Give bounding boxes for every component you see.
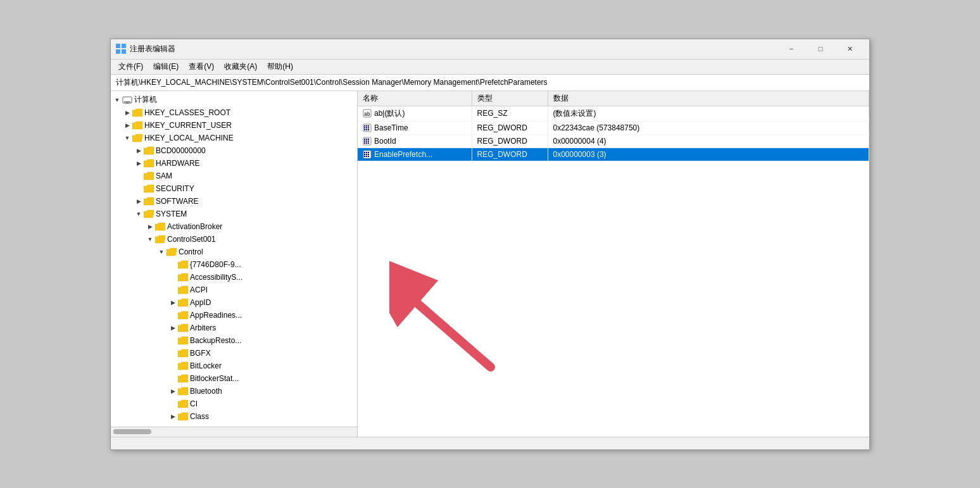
svg-rect-0 — [116, 44, 120, 48]
svg-rect-39 — [366, 127, 367, 128]
tree-node-acpi[interactable]: ▶ ACPI — [111, 284, 357, 296]
registry-tree[interactable]: ▼ 计算机 ▶ HKEY_C — [111, 91, 357, 427]
tree-node-accessibility[interactable]: ▶ AccessibilityS... — [111, 271, 357, 284]
expand-icon: ▶ — [168, 297, 178, 308]
entry-name: BootId — [374, 137, 396, 146]
svg-rect-6 — [126, 103, 129, 104]
right-panel-wrapper: 名称 类型 数据 — [358, 91, 869, 437]
folder-icon — [132, 121, 142, 130]
tree-node-bgfx[interactable]: ▶ BGFX — [111, 347, 357, 360]
folder-icon — [178, 298, 188, 307]
tree-node-control[interactable]: ▼ Control — [111, 246, 357, 258]
tree-node-bcd[interactable]: ▶ BCD00000000 — [111, 144, 357, 157]
menu-file[interactable]: 文件(F) — [113, 60, 148, 73]
folder-icon — [178, 285, 188, 294]
maximize-button[interactable]: □ — [806, 39, 835, 59]
tree-node-appreadiness[interactable]: ▶ AppReadines... — [111, 309, 357, 322]
tree-node-7746[interactable]: ▶ {7746D80F-9... — [111, 258, 357, 271]
svg-marker-29 — [178, 387, 188, 395]
svg-marker-28 — [178, 375, 188, 382]
node-label: SECURITY — [156, 184, 194, 193]
close-button[interactable]: ✕ — [835, 39, 864, 59]
tree-node-class[interactable]: ▶ Class — [111, 410, 357, 423]
svg-rect-37 — [368, 125, 369, 127]
svg-rect-49 — [366, 141, 367, 142]
table-row[interactable]: BaseTime REG_DWORD 0x22343cae (573848750… — [358, 121, 869, 134]
menu-edit[interactable]: 编辑(E) — [148, 60, 184, 73]
svg-rect-63 — [368, 156, 369, 157]
tree-node-software[interactable]: ▶ SOFTWARE — [111, 195, 357, 208]
tree-node-bluetooth[interactable]: ▶ Bluetooth — [111, 385, 357, 397]
svg-rect-52 — [366, 142, 367, 144]
svg-marker-8 — [132, 122, 142, 129]
table-row-selected[interactable]: EnablePrefetch... REG_DWORD 0x00000003 (… — [358, 147, 869, 161]
svg-marker-20 — [178, 273, 188, 281]
table-row[interactable]: ab ab|(默认) REG_SZ (数值未设置) — [358, 106, 869, 121]
svg-rect-3 — [122, 49, 126, 54]
expand-icon: ▶ — [134, 146, 144, 156]
entry-data: 0x22343cae (573848750) — [548, 121, 869, 134]
node-label: HKEY_LOCAL_MACHINE — [144, 134, 234, 142]
node-label: {7746D80F-9... — [190, 260, 241, 269]
node-label: ControlSet001 — [167, 235, 216, 244]
expand-icon: ▼ — [122, 133, 132, 143]
tree-node-backuprestore[interactable]: ▶ BackupResto... — [111, 334, 357, 347]
col-type: 类型 — [472, 91, 548, 106]
node-label: Bluetooth — [190, 387, 222, 396]
menu-help[interactable]: 帮助(H) — [262, 60, 298, 73]
computer-icon — [122, 96, 132, 104]
svg-marker-27 — [178, 362, 188, 370]
svg-rect-60 — [368, 154, 369, 155]
menu-bar: 文件(F) 编辑(E) 查看(V) 收藏夹(A) 帮助(H) — [111, 59, 869, 75]
svg-rect-51 — [364, 142, 365, 144]
tree-node-current-user[interactable]: ▶ HKEY_CURRENT_USER — [111, 119, 357, 132]
node-label: SOFTWARE — [156, 197, 199, 206]
entry-data: 0x00000003 (3) — [548, 147, 869, 161]
tree-node-local-machine[interactable]: ▼ HKEY_LOCAL_MACHINE — [111, 132, 357, 144]
tree-node-sam[interactable]: ▶ SAM — [111, 170, 357, 182]
tree-node-classes-root[interactable]: ▶ HKEY_CLASSES_ROOT — [111, 106, 357, 119]
tree-node-system[interactable]: ▼ SYSTEM — [111, 208, 357, 220]
tree-node-computer[interactable]: ▼ 计算机 — [111, 94, 357, 106]
table-row[interactable]: BootId REG_DWORD 0x00000004 (4) — [358, 134, 869, 147]
tree-node-bitlocker[interactable]: ▶ BitLocker — [111, 360, 357, 372]
tree-node-ci[interactable]: ▶ CI — [111, 397, 357, 410]
minimize-button[interactable]: − — [777, 39, 806, 59]
entry-type: REG_DWORD — [472, 134, 548, 147]
tree-node-activation[interactable]: ▶ ActivationBroker — [111, 220, 357, 233]
menu-view[interactable]: 查看(V) — [184, 60, 219, 73]
reg-dword-icon — [363, 123, 372, 132]
tree-node-appid[interactable]: ▶ AppID — [111, 296, 357, 309]
menu-favorites[interactable]: 收藏夹(A) — [219, 60, 262, 73]
reg-dword-icon2 — [363, 137, 372, 146]
entry-data: 0x00000004 (4) — [548, 134, 869, 147]
node-label: CI — [190, 399, 198, 408]
node-label: SAM — [156, 172, 172, 180]
node-label: ActivationBroker — [167, 222, 222, 231]
svg-rect-5 — [124, 101, 130, 103]
entry-type: REG_DWORD — [472, 147, 548, 161]
tree-node-hardware[interactable]: ▶ HARDWARE — [111, 157, 357, 170]
svg-rect-47 — [368, 139, 369, 140]
svg-rect-57 — [368, 152, 369, 153]
registry-table-scroll[interactable]: 名称 类型 数据 — [358, 91, 869, 437]
expand-icon: ▶ — [134, 158, 144, 168]
svg-marker-22 — [178, 299, 188, 306]
tree-node-bitlockerstatus[interactable]: ▶ BitlockerStat... — [111, 372, 357, 385]
node-label: HKEY_CURRENT_USER — [144, 121, 232, 130]
folder-icon-open — [132, 134, 142, 142]
folder-icon — [178, 412, 188, 421]
folder-icon-open — [166, 247, 177, 256]
svg-rect-45 — [364, 139, 365, 140]
folder-icon — [144, 159, 154, 168]
tree-node-arbiters[interactable]: ▶ Arbiters — [111, 322, 357, 334]
folder-icon — [144, 197, 154, 206]
svg-marker-24 — [178, 324, 188, 332]
svg-rect-40 — [368, 127, 369, 128]
tree-node-controlset[interactable]: ▼ ControlSet001 — [111, 233, 357, 246]
entry-data: (数值未设置) — [548, 106, 869, 121]
node-label: BitLocker — [190, 361, 222, 370]
left-panel-scrollbar[interactable] — [111, 427, 357, 437]
tree-node-security[interactable]: ▶ SECURITY — [111, 182, 357, 195]
svg-marker-18 — [166, 248, 177, 256]
